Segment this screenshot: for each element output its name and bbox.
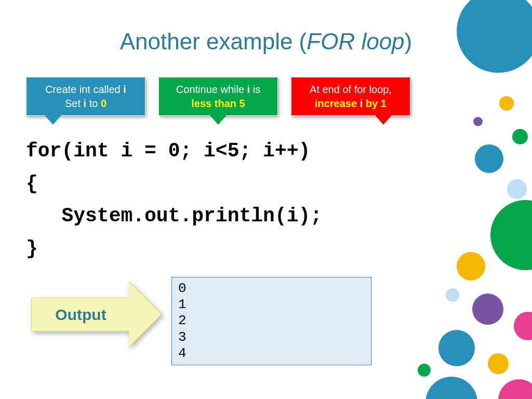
title-suffix: ) bbox=[405, 29, 413, 54]
decor-circle bbox=[425, 377, 477, 399]
decor-circle bbox=[498, 379, 532, 399]
output-line: 0 bbox=[178, 281, 365, 297]
decor-circle bbox=[472, 294, 503, 325]
decor-circle bbox=[490, 200, 532, 270]
decor-circle bbox=[457, 252, 485, 281]
output-arrow: Output bbox=[31, 282, 164, 347]
code-line-1: for(int i = 0; i<5; i++) bbox=[26, 140, 310, 162]
code-line-3: System.out.println(i); bbox=[26, 205, 322, 227]
output-box: 0 1 2 3 4 bbox=[171, 277, 371, 365]
callout-condition: Continue while i is less than 5 bbox=[158, 77, 278, 116]
decor-circle bbox=[512, 129, 528, 144]
output-line: 2 bbox=[178, 313, 365, 329]
decor-circle bbox=[514, 312, 532, 340]
code-line-2: { bbox=[26, 172, 38, 195]
output-label: Output bbox=[31, 298, 130, 331]
decor-circle bbox=[446, 288, 459, 302]
decor-circle bbox=[418, 364, 431, 377]
code-block: for(int i = 0; i<5; i++) { System.out.pr… bbox=[26, 135, 322, 265]
decor-circle bbox=[457, 0, 532, 73]
output-line: 4 bbox=[178, 345, 365, 362]
decor-circle bbox=[499, 96, 514, 111]
title-prefix: Another example ( bbox=[120, 29, 307, 54]
decor-circle bbox=[438, 330, 475, 366]
slide-title: Another example (FOR loop) bbox=[0, 29, 532, 55]
decor-circle bbox=[475, 144, 503, 173]
code-line-4: } bbox=[26, 237, 38, 260]
decor-circle bbox=[473, 117, 483, 126]
callout-create-int: Create int called i Set i to 0 bbox=[26, 77, 145, 116]
callout-increment: At end of for loop, increase i by 1 bbox=[291, 77, 410, 116]
decor-circle bbox=[507, 179, 527, 199]
output-line: 3 bbox=[178, 329, 365, 345]
output-line: 1 bbox=[178, 297, 365, 313]
decor-circle bbox=[488, 353, 509, 374]
callouts-row: Create int called i Set i to 0 Continue … bbox=[26, 77, 410, 116]
title-italic: FOR loop bbox=[307, 29, 404, 54]
